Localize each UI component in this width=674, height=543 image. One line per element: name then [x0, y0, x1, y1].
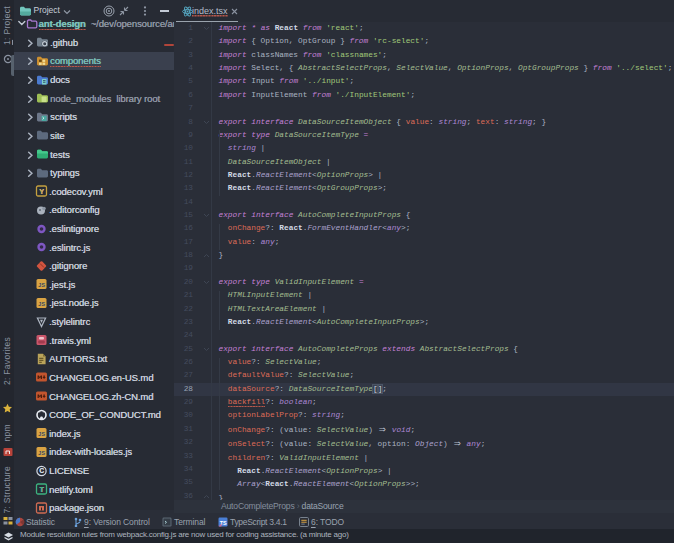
- svg-text:T: T: [39, 486, 44, 493]
- svg-text:JS: JS: [38, 431, 45, 437]
- svg-text:JS: JS: [38, 301, 45, 307]
- svg-text:C: C: [39, 467, 44, 474]
- svg-text:JS: JS: [38, 282, 45, 288]
- svg-text:Y: Y: [39, 187, 44, 196]
- svg-text:JS: JS: [38, 450, 45, 456]
